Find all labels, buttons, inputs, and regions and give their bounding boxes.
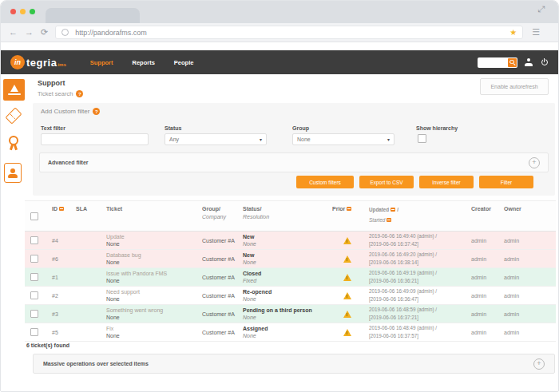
bookmark-star-icon[interactable]: ★	[509, 29, 517, 37]
ticket-id: #5	[44, 323, 73, 341]
back-icon[interactable]: ←	[9, 28, 18, 37]
row-checkbox[interactable]	[30, 236, 38, 244]
logo-text: tegria	[26, 57, 57, 69]
site-info-icon[interactable]	[61, 29, 69, 36]
filter-button[interactable]: Filter	[479, 176, 533, 188]
person-icon[interactable]	[4, 163, 22, 183]
expand-icon[interactable]: ⤢	[537, 4, 545, 14]
maximize-button[interactable]	[30, 9, 35, 14]
inverse-filter-button[interactable]: Inverse filter	[419, 176, 474, 188]
navbar-search-input[interactable]	[478, 57, 511, 68]
sort-icon[interactable]	[347, 207, 351, 211]
ticket-icon[interactable]	[5, 107, 22, 124]
col-group[interactable]: Group/	[202, 206, 236, 212]
ticket-creator: admin	[467, 305, 500, 323]
col-id[interactable]: ID	[52, 206, 57, 212]
search-button[interactable]	[508, 58, 517, 67]
col-resolution[interactable]: Resolution	[243, 214, 326, 220]
col-company[interactable]: Company	[202, 214, 236, 220]
ticket-sla-value: None	[106, 315, 196, 320]
page-subtitle: Ticket search ?	[38, 90, 83, 97]
col-started[interactable]: Started	[369, 216, 385, 224]
text-filter-input[interactable]	[41, 133, 149, 145]
ticket-resolution: None	[243, 241, 326, 247]
ticket-updated: 2019-06-06 16:49:40 (admin) /	[369, 232, 464, 240]
page-title: Support	[38, 79, 65, 87]
ticket-link[interactable]: Update	[106, 234, 196, 240]
table-row: #1Issue with Pandora FMSNoneCustomer #AC…	[25, 268, 556, 287]
ticket-company: Customer #A	[199, 287, 240, 304]
col-owner[interactable]: Owner	[504, 206, 553, 212]
status-select[interactable]: Any ▾	[165, 133, 267, 145]
refresh-icon[interactable]: ⟳	[41, 28, 48, 37]
show-hierarchy-label: Show hierarchy	[416, 125, 458, 131]
menu-item-support[interactable]: Support	[90, 59, 113, 66]
ticket-resolution: None	[243, 259, 326, 265]
page-subtitle-text: Ticket search	[38, 90, 73, 97]
ticket-link[interactable]: Issue with Pandora FMS	[106, 271, 196, 276]
row-checkbox[interactable]	[30, 273, 38, 281]
browser-menu-icon[interactable]: ☰	[532, 28, 540, 37]
col-prior[interactable]: Prior	[332, 206, 345, 212]
ticket-updated: 2019-06-06 16:49:20 (admin) /	[369, 251, 464, 259]
logout-power-icon[interactable]	[540, 58, 549, 67]
col-creator[interactable]: Creator	[471, 206, 497, 212]
chevron-down-icon: ▾	[260, 137, 262, 142]
ticket-link[interactable]: Database bug	[106, 252, 196, 258]
ticket-updated: 2019-06-06 16:49:09 (admin) /	[369, 287, 464, 295]
row-checkbox[interactable]	[30, 291, 38, 299]
export-csv-button[interactable]: Export to CSV	[359, 176, 414, 188]
col-updated[interactable]: Updated	[369, 206, 389, 214]
sidebar-item-incidents[interactable]	[3, 79, 25, 101]
plus-icon[interactable]: +	[529, 157, 540, 168]
help-icon[interactable]: ?	[76, 90, 83, 97]
sort-icon[interactable]	[391, 208, 395, 212]
col-status[interactable]: Status/	[243, 206, 326, 212]
massive-operations-label: Massive operations over selected items	[43, 361, 149, 366]
traffic-cone-icon	[8, 85, 21, 95]
ticket-company: Customer #A	[199, 305, 240, 323]
ticket-link[interactable]: Fix	[106, 326, 196, 331]
priority-warning-icon	[343, 292, 351, 299]
ticket-link[interactable]: Need support	[106, 289, 196, 295]
minimize-button[interactable]	[20, 9, 26, 14]
ticket-sla-value: None	[106, 296, 196, 302]
ticket-link[interactable]: Something went wrong	[106, 307, 196, 313]
advanced-filter-bar[interactable]: Advanced filter +	[39, 152, 549, 172]
custom-filters-button[interactable]: Custom filters	[296, 176, 354, 188]
ticket-sla-value: None	[106, 241, 196, 247]
address-bar[interactable]: http://pandorafms.com ★	[55, 26, 523, 39]
help-icon[interactable]: ?	[93, 108, 100, 115]
col-sla[interactable]: SLA	[76, 206, 100, 212]
ticket-status: New	[243, 252, 326, 258]
medal-icon[interactable]	[8, 136, 19, 151]
menu-item-reports[interactable]: Reports	[133, 59, 155, 66]
user-icon[interactable]	[525, 58, 533, 66]
url-text[interactable]: http://pandorafms.com	[75, 29, 509, 37]
ticket-status: Re-opened	[243, 289, 326, 295]
select-all-checkbox[interactable]	[30, 212, 38, 220]
sort-icon[interactable]	[59, 207, 64, 211]
ticket-updated: 2019-06-06 16:48:59 (admin) /	[369, 306, 464, 314]
sort-icon[interactable]	[387, 218, 391, 222]
priority-warning-icon	[343, 311, 351, 318]
plus-icon[interactable]: +	[533, 358, 545, 370]
group-select[interactable]: None ▾	[292, 133, 394, 145]
group-label: Group	[292, 125, 309, 131]
col-ticket[interactable]: Ticket	[106, 206, 196, 212]
ticket-resolution: Fixed	[243, 278, 326, 283]
integria-logo[interactable]: in tegria ims	[10, 55, 66, 69]
menu-item-people[interactable]: People	[174, 59, 194, 66]
forward-icon[interactable]: →	[25, 28, 34, 37]
browser-tab[interactable]	[46, 8, 140, 23]
ticket-sla	[73, 232, 103, 249]
ticket-resolution: None	[243, 315, 326, 320]
row-checkbox[interactable]	[30, 310, 38, 318]
show-hierarchy-checkbox[interactable]	[418, 134, 426, 143]
massive-operations-bar[interactable]: Massive operations over selected items +	[33, 354, 555, 374]
close-button[interactable]	[10, 9, 16, 14]
row-checkbox[interactable]	[30, 328, 38, 336]
enable-autorefresh-button[interactable]: Enable autorefresh	[480, 78, 549, 95]
row-checkbox[interactable]	[30, 255, 38, 263]
table-row: #4UpdateNoneCustomer #ANewNone2019-06-06…	[25, 232, 556, 250]
